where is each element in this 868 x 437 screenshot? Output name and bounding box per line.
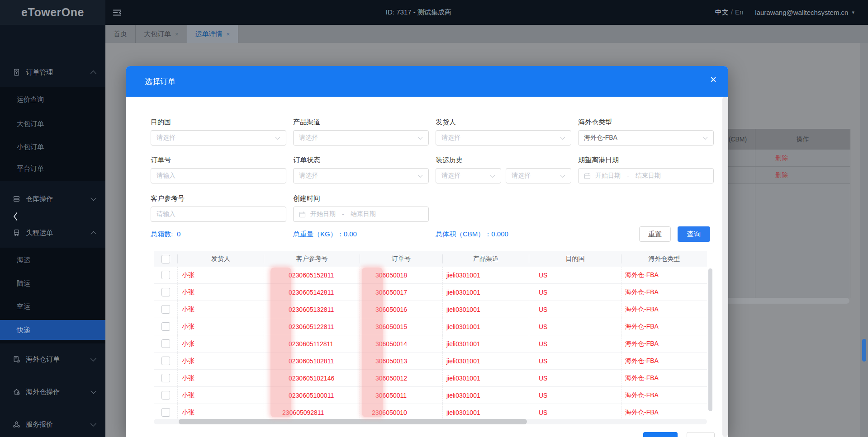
shipping-history-select-2[interactable]: 请选择 — [506, 168, 571, 183]
table-header-row: 发货人 客户参考号 订单号 产品渠道 目的国 海外仓类型 — [154, 251, 707, 267]
sidebar-item-air-freight[interactable]: 空运 — [0, 296, 105, 317]
filter-product-channel: 产品渠道 请选择 — [293, 118, 429, 146]
product-channel-select[interactable]: 请选择 — [293, 130, 429, 146]
modal-title: 选择订单 — [145, 76, 175, 87]
column-header: 客户参考号 — [264, 254, 360, 263]
expected-departure-daterange[interactable]: 开始日期 - 结束日期 — [578, 168, 714, 183]
caret-down-icon: ▾ — [852, 9, 854, 15]
menu-fold-icon[interactable] — [112, 9, 122, 17]
sidebar-item-order-management[interactable]: 订单管理 — [0, 62, 105, 83]
first-leg-shipment-icon — [13, 229, 20, 237]
sidebar-item-overseas-warehouse-ops[interactable]: 海外仓操作 — [0, 381, 105, 402]
sidebar-item-platform-orders[interactable]: 平台订单 — [0, 158, 105, 179]
modal-scrollbar[interactable] — [722, 97, 728, 437]
order-no-input[interactable]: 请输入 — [151, 168, 286, 183]
row-checkbox[interactable] — [161, 288, 170, 296]
lang-en[interactable]: En — [735, 8, 743, 16]
sidebar-item-express[interactable]: 快递 — [0, 320, 105, 340]
select-all-checkbox[interactable] — [161, 255, 170, 263]
logo: eTowerOne — [0, 0, 105, 25]
table-horizontal-scrollbar[interactable] — [154, 419, 707, 424]
sidebar-item-overseas-warehouse-orders[interactable]: 海外仓订单 — [0, 349, 105, 370]
tab-home[interactable]: 首页 — [105, 25, 136, 43]
sidebar-item-big-parcel-orders[interactable]: 大包订单 — [0, 113, 105, 134]
table-row[interactable]: 小张 0230605102146 306050012 jieli0301001 … — [154, 370, 707, 387]
modal-header: 选择订单 × — [126, 66, 728, 97]
overseas-order-icon — [13, 356, 20, 363]
column-header: 订单号 — [360, 254, 442, 263]
filter-expected-departure: 期望离港日期 开始日期 - 结束日期 — [578, 156, 714, 183]
table-row[interactable]: 小张 0230605102811 306050013 jieli0301001 … — [154, 352, 707, 370]
table-row[interactable]: 小张 0230605152811 306050018 jieli0301001 … — [154, 267, 707, 284]
row-checkbox[interactable] — [161, 391, 170, 399]
page-scrollbar-thumb[interactable] — [862, 339, 866, 362]
sidebar-item-first-leg-shipment[interactable]: 头程运单 — [0, 222, 105, 243]
column-header: 产品渠道 — [442, 254, 529, 263]
table-row[interactable]: 小张 0230605142811 306050017 jieli0301001 … — [154, 284, 707, 301]
chevron-down-icon — [90, 356, 96, 362]
page-scrollbar[interactable] — [860, 43, 868, 437]
row-checkbox[interactable] — [161, 322, 170, 331]
warehouse-type-select[interactable]: 海外仓-FBA — [578, 130, 714, 146]
language-switch[interactable]: 中文/En — [715, 8, 744, 17]
sidebar-collapse-icon[interactable] — [13, 211, 19, 223]
column-header: 发货人 — [177, 254, 264, 263]
calendar-icon — [299, 211, 306, 218]
warehouse-ops-icon — [13, 195, 20, 203]
row-checkbox[interactable] — [161, 357, 170, 365]
table-row[interactable]: 小张 0230605112811 306050014 jieli0301001 … — [154, 335, 707, 352]
shipping-history-select-1[interactable]: 请选择 — [436, 168, 501, 183]
table-row[interactable]: 小张 0230605122811 306050015 jieli0301001 … — [154, 318, 707, 335]
delete-link[interactable]: 删除 — [755, 150, 850, 166]
sidebar-item-small-parcel-orders[interactable]: 小包订单 — [0, 136, 105, 157]
sidebar-item-service-quotes[interactable]: 服务报价 — [0, 414, 105, 435]
order-status-select[interactable]: 请选择 — [293, 168, 429, 183]
sidebar: 订单管理 运价查询 大包订单 小包订单 平台订单 仓库操作 头程运单 海运 陆运… — [0, 25, 105, 437]
calendar-icon — [584, 173, 591, 179]
destination-country-select[interactable]: 请选择 — [151, 130, 286, 146]
background-horizontal-scrollbar[interactable] — [708, 298, 849, 304]
close-icon[interactable]: × — [710, 74, 716, 85]
delete-link[interactable]: 删除 — [755, 167, 850, 183]
confirm-button[interactable] — [643, 432, 678, 437]
created-time-daterange[interactable]: 开始日期 - 结束日期 — [293, 207, 429, 222]
search-button[interactable]: 查询 — [678, 226, 710, 242]
customer-ref-input[interactable]: 请输入 — [151, 207, 286, 222]
row-checkbox[interactable] — [161, 408, 170, 417]
cancel-button[interactable] — [687, 432, 715, 437]
column-header: 海外仓类型 — [621, 254, 707, 263]
shipper-select[interactable]: 请选择 — [436, 130, 571, 146]
tab-big-parcel-orders[interactable]: 大包订单 × — [136, 25, 187, 43]
sidebar-item-warehouse-ops[interactable]: 仓库操作 — [0, 188, 105, 209]
filter-order-no: 订单号 请输入 — [151, 156, 286, 183]
user-email: laurawang@walltechsystem.cn — [755, 9, 848, 16]
row-checkbox[interactable] — [161, 271, 170, 279]
table-row[interactable]: 小张 0230605132811 306050016 jieli0301001 … — [154, 301, 707, 318]
close-icon[interactable]: × — [227, 31, 230, 38]
table-vertical-scrollbar[interactable] — [708, 268, 712, 411]
chevron-up-icon — [90, 70, 96, 76]
total-volume-value: 0.000 — [491, 230, 508, 238]
total-boxes: 总箱数: 0 — [151, 230, 180, 239]
filter-shipping-history: 装运历史 请选择 请选择 — [436, 156, 571, 183]
user-menu[interactable]: laurawang@walltechsystem.cn ▾ — [755, 9, 854, 16]
redaction-overlay — [362, 268, 383, 417]
app-root: eTowerOne ID: 7317 - 测试集成商 中文/En laurawa… — [0, 0, 868, 437]
filter-customer-ref: 客户参考号 请输入 — [151, 194, 286, 222]
scrollbar-thumb[interactable] — [179, 419, 527, 424]
filter-order-status: 订单状态 请选择 — [293, 156, 429, 183]
tab-waybill-detail[interactable]: 运单详情 × — [187, 25, 239, 43]
sidebar-item-sea-freight[interactable]: 海运 — [0, 249, 105, 270]
sidebar-item-land-freight[interactable]: 陆运 — [0, 273, 105, 294]
lang-zh[interactable]: 中文 — [715, 8, 729, 16]
close-icon[interactable]: × — [175, 31, 179, 38]
row-checkbox[interactable] — [161, 374, 170, 382]
reset-button[interactable]: 重置 — [639, 226, 671, 242]
total-volume: 总体积（CBM）：0.000 — [436, 230, 508, 239]
redaction-overlay — [270, 268, 291, 417]
row-checkbox[interactable] — [161, 339, 170, 348]
select-order-modal: 选择订单 × 目的国 请选择 产品渠道 请选择 发货人 请选择 海外仓类型 海外… — [126, 66, 728, 437]
sidebar-item-freight-query[interactable]: 运价查询 — [0, 89, 105, 110]
table-row[interactable]: 小张 0230605100011 306050011 jieli0301001 … — [154, 387, 707, 404]
row-checkbox[interactable] — [161, 305, 170, 314]
